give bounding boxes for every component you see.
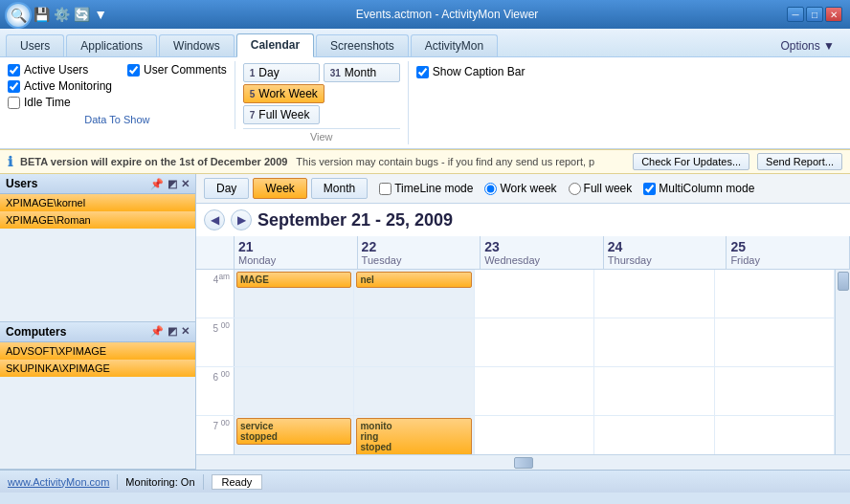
cal-next-button[interactable]: ▶ (231, 209, 252, 230)
cal-col-header-4: 25 Friday (727, 236, 850, 269)
calendar-header-row: 21 Monday 22 Tuesday 23 Wednesday 24 Thu… (196, 236, 850, 270)
status-monitoring: Monitoring: On (125, 476, 194, 488)
calendar-area: Day Week Month TimeLine mode Work week F… (196, 174, 850, 470)
cal-cell-wed-7[interactable] (475, 416, 594, 454)
cal-prev-button[interactable]: ◀ (204, 209, 225, 230)
cal-col-header-1: 22 Tuesday (358, 236, 481, 269)
time-6: 6 00 (196, 367, 235, 415)
cal-cell-fri-6[interactable] (715, 367, 835, 415)
tab-activitymon[interactable]: ActivityMon (411, 34, 498, 56)
cal-cell-thu-6[interactable] (594, 367, 714, 415)
minimize-button[interactable]: ─ (787, 7, 804, 22)
info-icon: ℹ (8, 154, 12, 169)
cal-cell-thu-4am[interactable] (594, 270, 714, 318)
cal-option-timeline[interactable]: TimeLine mode (379, 182, 473, 195)
toolbar-icon-3[interactable]: 🔄 (74, 7, 90, 22)
ribbon-view-section: 1 Day 31 Month 5 Work Week 7 Full Week V… (235, 61, 409, 144)
checkbox-idle-time[interactable]: Idle Time (8, 96, 112, 109)
cal-tab-week[interactable]: Week (253, 178, 306, 199)
cal-cell-mon-4am[interactable]: MAGE (235, 270, 354, 318)
checkbox-user-comments[interactable]: User Comments (127, 63, 227, 77)
users-panel-controls: 📌 ◩ ✕ (150, 178, 190, 190)
data-to-show-link[interactable]: Data To Show (8, 114, 227, 125)
computer-item-0[interactable]: ADVSOFT\XPIMAGE (0, 342, 195, 360)
cal-cell-fri-7[interactable] (715, 416, 835, 454)
view-fullweek-btn[interactable]: 7 Full Week (243, 105, 320, 124)
cal-tab-day[interactable]: Day (204, 178, 249, 199)
view-workweek-btn[interactable]: 5 Work Week (243, 84, 324, 103)
info-banner: ℹ BETA version will expire on the 1st of… (0, 149, 850, 174)
tab-calendar[interactable]: Calendar (236, 33, 314, 57)
window-title: Events.actmon - ActivityMon Viewer (107, 8, 787, 21)
checkbox-show-caption[interactable]: Show Caption Bar (416, 65, 526, 78)
info-text: BETA version will expire on the 1st of D… (20, 156, 625, 167)
cal-cell-thu-5[interactable] (594, 318, 714, 366)
user-item-0[interactable]: XPIMAGE\kornel (0, 194, 195, 211)
users-panel-pin[interactable]: 📌 (150, 178, 164, 190)
computers-panel: Computers 📌 ◩ ✕ ADVSOFT\XPIMAGE SKUPINKA… (0, 322, 195, 471)
cal-event-nel[interactable]: nel (356, 272, 471, 288)
cal-row-7: 7 00 servicestopped monitoringstoped (196, 416, 835, 454)
cal-cell-tue-6[interactable] (354, 367, 474, 415)
scrollbar-thumb[interactable] (838, 272, 849, 291)
left-panel: Users 📌 ◩ ✕ XPIMAGE\kornel XPIMAGE\Roman… (0, 174, 196, 470)
title-bar-left: 🔍 💾 ⚙️ 🔄 ▼ (8, 7, 107, 22)
cal-cell-fri-5[interactable] (715, 318, 835, 366)
user-item-1[interactable]: XPIMAGE\Roman (0, 211, 195, 229)
toolbar-icon-1[interactable]: 💾 (34, 7, 50, 22)
cal-cell-thu-7[interactable] (594, 416, 714, 454)
cal-scrollbar[interactable] (835, 270, 850, 454)
tab-applications[interactable]: Applications (66, 34, 157, 56)
cal-cell-tue-4am[interactable]: nel (354, 270, 474, 318)
computers-panel-close[interactable]: ✕ (181, 325, 190, 338)
computer-item-1[interactable]: SKUPINKA\XPIMAGE (0, 360, 195, 377)
computers-panel-pin[interactable]: 📌 (150, 325, 164, 338)
cal-hscroll-thumb[interactable] (514, 457, 533, 469)
calendar-grid: 21 Monday 22 Tuesday 23 Wednesday 24 Thu… (196, 236, 850, 470)
time-5: 5 00 (196, 318, 235, 366)
tab-users[interactable]: Users (6, 34, 64, 56)
tab-windows[interactable]: Windows (159, 34, 235, 56)
check-updates-button[interactable]: Check For Updates... (633, 153, 749, 170)
checkbox-active-users[interactable]: Active Users (8, 63, 112, 77)
users-panel-close[interactable]: ✕ (181, 178, 190, 190)
cal-cell-wed-5[interactable] (475, 318, 594, 366)
view-day-btn[interactable]: 1 Day (243, 63, 320, 82)
toolbar-icon-2[interactable]: ⚙️ (54, 7, 70, 22)
cal-col-header-0: 21 Monday (235, 236, 358, 269)
users-panel-float[interactable]: ◩ (168, 178, 177, 190)
tab-screenshots[interactable]: Screenshots (316, 34, 409, 56)
status-ready: Ready (212, 474, 263, 490)
view-month-btn[interactable]: 31 Month (324, 63, 400, 82)
calendar-body[interactable]: 4am MAGE nel 5 00 (196, 270, 850, 454)
cal-cell-mon-6[interactable] (235, 367, 354, 415)
send-report-button[interactable]: Send Report... (757, 153, 842, 170)
maximize-button[interactable]: □ (806, 7, 823, 22)
cal-event-service-stopped[interactable]: servicestopped (236, 418, 351, 445)
cal-cell-wed-6[interactable] (475, 367, 594, 415)
computers-panel-float[interactable]: ◩ (168, 325, 177, 338)
status-divider-2 (203, 474, 204, 490)
cal-row-4am: 4am MAGE nel (196, 270, 835, 318)
main-area: Users 📌 ◩ ✕ XPIMAGE\kornel XPIMAGE\Roman… (0, 174, 850, 470)
cal-option-fullweek[interactable]: Full week (569, 182, 633, 195)
cal-cell-mon-7[interactable]: servicestopped (235, 416, 354, 454)
checkbox-active-monitoring[interactable]: Active Monitoring (8, 79, 112, 93)
app-logo: 🔍 (5, 2, 32, 29)
cal-event-monitoring-stopped[interactable]: monitoringstoped (356, 418, 471, 454)
cal-option-multicolumn[interactable]: MultiColumn mode (643, 182, 754, 195)
cal-cell-tue-5[interactable] (354, 318, 474, 366)
cal-event-mage[interactable]: MAGE (236, 272, 351, 288)
cal-cell-mon-5[interactable] (235, 318, 354, 366)
cal-cell-fri-4am[interactable] (715, 270, 835, 318)
cal-cell-wed-4am[interactable] (475, 270, 594, 318)
status-website[interactable]: www.ActivityMon.com (8, 476, 109, 488)
cal-cell-tue-7[interactable]: monitoringstoped (354, 416, 474, 454)
toolbar-icon-4[interactable]: ▼ (94, 7, 107, 22)
cal-bottom-scrollbar[interactable] (196, 454, 850, 470)
cal-tab-month[interactable]: Month (311, 178, 368, 199)
title-bar: 🔍 💾 ⚙️ 🔄 ▼ Events.actmon - ActivityMon V… (0, 0, 850, 29)
close-button[interactable]: ✕ (825, 7, 842, 22)
cal-option-workweek[interactable]: Work week (484, 182, 556, 195)
options-menu[interactable]: Options ▼ (771, 35, 844, 56)
